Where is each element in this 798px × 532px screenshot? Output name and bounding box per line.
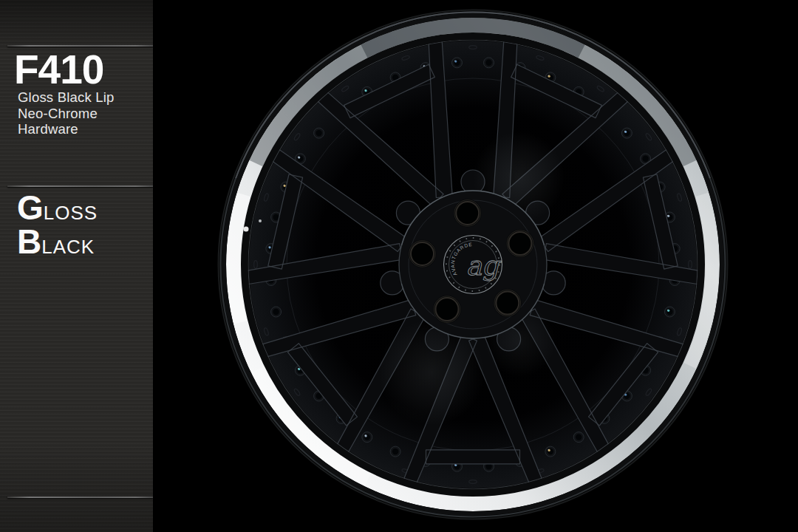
finish-word-gloss: GLOSS (17, 191, 98, 225)
finish-initial-b: B (17, 222, 41, 261)
product-image-stage: AVANTGARDE ag F410 Gloss Black Lip Neo-C… (0, 0, 798, 532)
center-cap-ag-logo: ag (466, 250, 502, 281)
divider-middle (7, 185, 153, 187)
divider-bottom (7, 497, 153, 498)
info-panel: F410 Gloss Black Lip Neo-Chrome Hardware… (0, 0, 153, 532)
finish-name-block: GLOSS BLACK (17, 191, 98, 259)
product-model-title: F410 (14, 50, 103, 90)
spec-line-lip: Gloss Black Lip (18, 89, 153, 106)
finish-initial-g: G (17, 188, 44, 227)
finish-word-black: BLACK (17, 225, 98, 259)
product-spec-lines: Gloss Black Lip Neo-Chrome Hardware (18, 89, 153, 137)
finish-rest-lack: LACK (41, 236, 95, 258)
finish-rest-loss: LOSS (44, 202, 98, 224)
spec-line-hardware: Neo-Chrome Hardware (18, 106, 153, 137)
